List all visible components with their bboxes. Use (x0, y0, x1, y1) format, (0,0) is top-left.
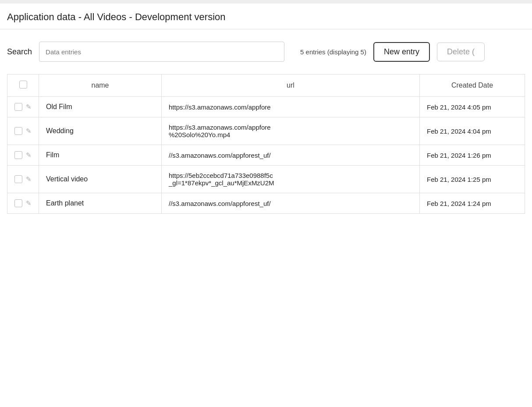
row-created-date: Feb 21, 2024 4:04 pm (420, 117, 525, 145)
search-label: Search (7, 47, 32, 57)
row-created-date: Feb 21, 2024 1:26 pm (420, 145, 525, 166)
new-entry-button[interactable]: New entry (373, 42, 430, 62)
delete-button[interactable]: Delete ( (437, 42, 485, 61)
edit-icon[interactable]: ✎ (26, 151, 32, 159)
table-header-row: name url Created Date (7, 74, 525, 97)
data-table: name url Created Date ✎Old Filmhttps://s… (7, 74, 525, 214)
table-row: ✎Weddinghttps://s3.amazonaws.com/appfore… (7, 117, 525, 145)
row-url: //s3.amazonaws.com/appforest_uf/ (162, 145, 420, 166)
row-checkbox[interactable] (14, 127, 22, 135)
row-name: Film (39, 145, 162, 166)
row-actions-cell: ✎ (7, 193, 39, 214)
row-name: Old Film (39, 97, 162, 117)
entries-count: 5 entries (displaying 5) (300, 47, 366, 57)
row-actions-cell: ✎ (7, 97, 39, 117)
row-actions: ✎ (14, 175, 32, 183)
row-name: Vertical video (39, 166, 162, 193)
table-container: name url Created Date ✎Old Filmhttps://s… (0, 74, 532, 214)
edit-icon[interactable]: ✎ (26, 127, 32, 135)
row-url: https://s3.amazonaws.com/appfore%20Solo%… (162, 117, 420, 145)
page-title: Application data - All Videos - Developm… (7, 11, 525, 23)
row-url: //s3.amazonaws.com/appforest_uf/ (162, 193, 420, 214)
row-actions-cell: ✎ (7, 166, 39, 193)
page-header: Application data - All Videos - Developm… (0, 4, 532, 29)
table-row: ✎Earth planet//s3.amazonaws.com/appfores… (7, 193, 525, 214)
row-created-date: Feb 21, 2024 4:05 pm (420, 97, 525, 117)
row-checkbox[interactable] (14, 103, 22, 111)
search-input[interactable] (39, 42, 284, 62)
edit-icon[interactable]: ✎ (26, 103, 32, 111)
row-actions: ✎ (14, 127, 32, 135)
row-name: Wedding (39, 117, 162, 145)
toolbar: Search 5 entries (displaying 5) New entr… (0, 29, 532, 74)
row-created-date: Feb 21, 2024 1:24 pm (420, 193, 525, 214)
table-row: ✎Vertical videohttps://5eb2ccebcd71a733e… (7, 166, 525, 193)
row-checkbox[interactable] (14, 199, 22, 207)
row-actions: ✎ (14, 151, 32, 159)
row-created-date: Feb 21, 2024 1:25 pm (420, 166, 525, 193)
row-url: https://s3.amazonaws.com/appfore (162, 97, 420, 117)
row-actions: ✎ (14, 199, 32, 207)
row-name: Earth planet (39, 193, 162, 214)
url-line2: _gl=1*87ekpv*_gcl_au*MjExMzU2M (169, 179, 412, 187)
select-all-checkbox[interactable] (19, 81, 27, 88)
row-actions: ✎ (14, 103, 32, 111)
header-created-date: Created Date (420, 74, 525, 97)
edit-icon[interactable]: ✎ (26, 199, 32, 207)
header-url: url (162, 74, 420, 97)
url-multiline: https://s3.amazonaws.com/appfore%20Solo%… (169, 124, 412, 138)
table-row: ✎Old Filmhttps://s3.amazonaws.com/appfor… (7, 97, 525, 117)
url-line2: %20Solo%20Yo.mp4 (169, 131, 412, 138)
table-row: ✎Film//s3.amazonaws.com/appforest_uf/Feb… (7, 145, 525, 166)
row-url: https://5eb2ccebcd71a733e0988f5c_gl=1*87… (162, 166, 420, 193)
row-checkbox[interactable] (14, 151, 22, 159)
url-multiline: https://5eb2ccebcd71a733e0988f5c_gl=1*87… (169, 172, 412, 187)
row-actions-cell: ✎ (7, 117, 39, 145)
url-line1: https://s3.amazonaws.com/appfore (169, 124, 412, 131)
header-name: name (39, 74, 162, 97)
row-actions-cell: ✎ (7, 145, 39, 166)
url-line1: https://5eb2ccebcd71a733e0988f5c (169, 172, 412, 179)
header-check (7, 74, 39, 97)
edit-icon[interactable]: ✎ (26, 175, 32, 183)
row-checkbox[interactable] (14, 175, 22, 183)
top-bar (0, 0, 532, 4)
